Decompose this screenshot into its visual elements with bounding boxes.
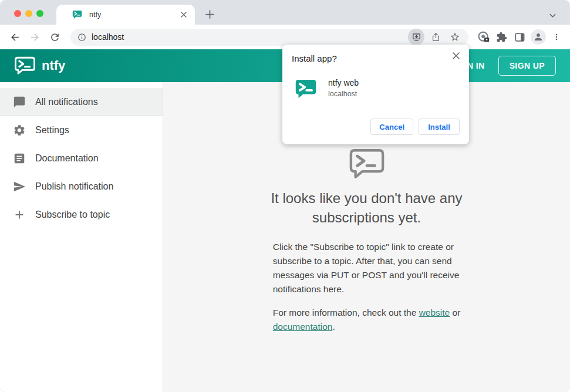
password-manager-extension-icon[interactable] bbox=[474, 27, 493, 47]
sign-up-button[interactable]: SIGN UP bbox=[498, 56, 556, 76]
empty-state-message: Click the "Subscribe to topic" link to c… bbox=[273, 240, 461, 343]
reload-icon[interactable] bbox=[45, 27, 65, 47]
sidebar: All notifications Settings Documentation… bbox=[0, 82, 163, 392]
window-close-button[interactable] bbox=[14, 10, 21, 17]
side-panel-icon[interactable] bbox=[511, 27, 529, 47]
empty-state-title: It looks like you don't have any subscri… bbox=[271, 188, 462, 227]
empty-state-ntfy-icon bbox=[349, 148, 385, 180]
sidebar-item-label: Documentation bbox=[35, 153, 99, 164]
sidebar-item-documentation[interactable]: Documentation bbox=[0, 144, 163, 173]
extensions-puzzle-icon[interactable] bbox=[493, 27, 511, 47]
sidebar-item-all-notifications[interactable]: All notifications bbox=[0, 88, 163, 116]
more-info-paragraph: For more information, check out the webs… bbox=[273, 306, 461, 334]
install-dialog-title: Install app? bbox=[292, 53, 337, 63]
install-app-dialog: Install app? ntfy web localhost Cancel I… bbox=[282, 45, 469, 144]
new-tab-button[interactable] bbox=[203, 8, 216, 21]
browser-menu-kebab-icon[interactable] bbox=[547, 27, 565, 47]
more-info-text: or bbox=[450, 307, 460, 317]
sidebar-item-label: Publish notification bbox=[35, 181, 113, 192]
window-zoom-button[interactable] bbox=[36, 10, 43, 17]
sidebar-item-label: Settings bbox=[35, 125, 69, 136]
back-icon[interactable] bbox=[5, 27, 25, 47]
install-app-origin: localhost bbox=[328, 90, 357, 98]
share-icon[interactable] bbox=[427, 29, 444, 45]
gear-icon bbox=[13, 124, 26, 137]
more-info-text: . bbox=[332, 322, 335, 332]
install-app-icon[interactable] bbox=[408, 29, 424, 45]
chat-bubble-icon bbox=[13, 96, 26, 109]
browser-window: ntfy localhost bbox=[0, 0, 570, 392]
profile-avatar[interactable] bbox=[529, 27, 547, 47]
tab-strip: ntfy bbox=[0, 0, 570, 25]
more-info-text: For more information, check out the bbox=[273, 307, 419, 317]
install-app-ntfy-icon bbox=[295, 79, 317, 99]
cancel-button[interactable]: Cancel bbox=[370, 119, 413, 135]
url-text: localhost bbox=[92, 32, 408, 42]
ntfy-favicon bbox=[72, 10, 82, 19]
instructions-paragraph: Click the "Subscribe to topic" link to c… bbox=[273, 240, 461, 296]
app-title: ntfy bbox=[42, 58, 65, 73]
plus-icon bbox=[13, 208, 26, 221]
window-minimize-button[interactable] bbox=[25, 10, 32, 17]
article-icon bbox=[13, 152, 26, 165]
bookmark-star-icon[interactable] bbox=[447, 29, 463, 45]
sidebar-item-settings[interactable]: Settings bbox=[0, 116, 163, 144]
browser-tab-ntfy[interactable]: ntfy bbox=[56, 5, 195, 25]
install-app-name: ntfy web bbox=[328, 78, 359, 87]
documentation-link[interactable]: documentation bbox=[273, 322, 333, 332]
send-icon bbox=[13, 180, 26, 193]
tab-title: ntfy bbox=[89, 11, 178, 19]
sidebar-item-subscribe-to-topic[interactable]: Subscribe to topic bbox=[0, 201, 163, 229]
website-link[interactable]: website bbox=[419, 307, 450, 317]
sidebar-item-publish-notification[interactable]: Publish notification bbox=[0, 173, 163, 201]
sidebar-item-label: All notifications bbox=[35, 97, 98, 107]
tab-search-chevron-icon[interactable] bbox=[546, 9, 559, 22]
tab-close-icon[interactable] bbox=[178, 9, 189, 20]
ntfy-logo bbox=[14, 56, 36, 75]
dialog-close-icon[interactable] bbox=[450, 49, 463, 62]
sidebar-item-label: Subscribe to topic bbox=[35, 209, 110, 220]
address-bar[interactable]: localhost bbox=[70, 29, 468, 46]
site-info-icon[interactable] bbox=[77, 33, 86, 42]
forward-icon[interactable] bbox=[25, 27, 45, 47]
install-button[interactable]: Install bbox=[419, 119, 460, 135]
